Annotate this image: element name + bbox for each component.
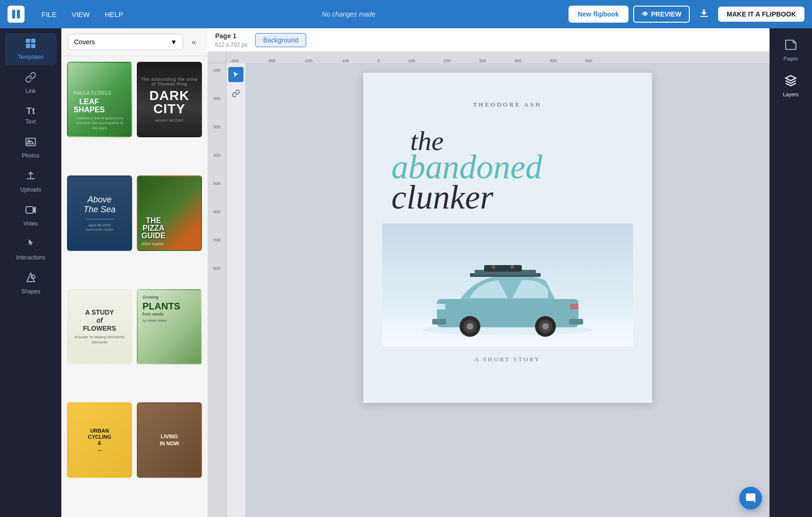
svg-rect-28 (570, 304, 578, 309)
help-menu[interactable]: HELP (99, 8, 129, 21)
topbar-actions: New flipbook 👁 PREVIEW MAKE IT A FLIPBOO… (569, 4, 804, 25)
text-label: Text (25, 118, 36, 125)
make-flipbook-button[interactable]: MAKE IT A FLIPBOOK (718, 7, 804, 22)
link-icon (25, 72, 36, 86)
sidebar-item-layers[interactable]: Layers (772, 69, 810, 103)
interactions-label: Interactions (16, 254, 45, 261)
template-card-leaf-shapes[interactable]: PAULA FLORES LEAFSHAPES I believe a leaf… (67, 62, 132, 137)
sidebar-item-pages[interactable]: Pages (772, 33, 810, 67)
pages-label: Pages (783, 56, 798, 61)
right-sidebar: Pages Layers (770, 28, 812, 517)
pages-icon (785, 39, 797, 54)
page-label: Page 1 612 x 792 px (215, 32, 248, 49)
svg-rect-3 (26, 39, 30, 43)
svg-point-21 (467, 323, 473, 330)
canvas-page[interactable]: THEODORE ASH the abandoned clunker (363, 73, 652, 403)
templates-grid: PAULA FLORES LEAFSHAPES I believe a leaf… (61, 56, 208, 517)
template-card-above-sea[interactable]: AboveThe Sea April 20-2022 Savannah Gali… (67, 175, 132, 251)
svg-rect-9 (26, 207, 33, 213)
svg-rect-1 (17, 9, 20, 19)
link-label: Link (25, 88, 36, 94)
eye-icon: 👁 (642, 10, 648, 18)
sidebar-item-uploads[interactable]: Uploads (5, 166, 57, 198)
svg-rect-0 (12, 9, 16, 19)
save-status: No changes made (140, 10, 557, 18)
svg-rect-4 (31, 39, 35, 43)
svg-rect-6 (31, 44, 35, 48)
video-label: Video (24, 220, 38, 227)
svg-rect-26 (569, 319, 583, 325)
svg-point-24 (542, 323, 549, 330)
canvas-toolbar: Page 1 612 x 792 px Background (208, 28, 770, 52)
svg-rect-5 (26, 44, 30, 48)
book-car-scene (382, 224, 633, 346)
svg-rect-27 (436, 304, 445, 309)
uploads-label: Uploads (20, 186, 41, 193)
topbar: FILE VIEW HELP No changes made New flipb… (0, 0, 812, 28)
main-layout: Templates Link Tt Text Phot (0, 28, 812, 517)
svg-rect-16 (484, 265, 522, 272)
chat-button[interactable] (739, 487, 762, 509)
layers-label: Layers (783, 92, 798, 97)
sidebar-item-interactions[interactable]: Interactions (5, 233, 57, 266)
svg-marker-10 (27, 273, 34, 282)
link-tool[interactable] (228, 86, 243, 101)
shapes-label: Shapes (21, 288, 41, 295)
template-card-dark-city[interactable]: The astounding life story of Thomas Ring… (137, 62, 202, 137)
shapes-icon (25, 272, 36, 286)
sidebar-item-photos[interactable]: Photos (5, 132, 57, 164)
templates-label: Templates (18, 54, 44, 60)
sidebar-item-shapes[interactable]: Shapes (5, 267, 57, 300)
templates-header: Covers ▼ « (61, 28, 208, 56)
horizontal-ruler: -400 -300 -200 -100 0 100 200 300 400 50… (226, 52, 770, 63)
svg-rect-13 (437, 299, 578, 327)
book-subtitle: A SHORT STORY (474, 356, 541, 363)
tool-column (226, 63, 245, 517)
canvas-ruler-container: -400 -300 -200 -100 0 100 200 300 400 50… (208, 52, 770, 517)
svg-point-17 (492, 265, 495, 269)
templates-panel: Covers ▼ « PAULA FLORES LEAFSHAPES I bel… (61, 28, 208, 517)
uploads-icon (25, 170, 36, 184)
collapse-panel-button[interactable]: « (187, 35, 201, 49)
photos-icon (25, 136, 36, 150)
video-icon (25, 204, 36, 218)
template-card-urban-cycling[interactable]: URBANCYCLING&... (67, 402, 132, 478)
template-card-pizza-guide[interactable]: THEPIZZAGUIDE Ellen Karen (137, 175, 202, 251)
interactions-icon (25, 238, 36, 252)
sidebar-item-text[interactable]: Tt Text (5, 101, 57, 130)
car-illustration (418, 242, 597, 337)
new-flipbook-button[interactable]: New flipbook (569, 6, 628, 23)
download-button[interactable] (695, 4, 713, 25)
app-logo[interactable] (8, 6, 25, 23)
select-tool[interactable] (228, 67, 243, 82)
vertical-ruler: 100 200 300 400 500 600 700 800 (208, 63, 226, 517)
left-sidebar: Templates Link Tt Text Phot (0, 28, 61, 517)
canvas-area: Page 1 612 x 792 px Background -400 -300… (208, 28, 770, 517)
canvas-scroll[interactable]: THEODORE ASH the abandoned clunker (245, 63, 770, 517)
svg-point-18 (511, 265, 514, 269)
layers-icon (785, 75, 797, 90)
sidebar-item-templates[interactable]: Templates (5, 33, 57, 65)
template-card-living[interactable]: LIVINGIN NOW (137, 402, 202, 478)
sidebar-item-link[interactable]: Link (5, 67, 57, 99)
file-menu[interactable]: FILE (36, 8, 62, 21)
template-card-plants[interactable]: Growing PLANTS from seeds by Adam Allen (137, 289, 202, 365)
topbar-nav: FILE VIEW HELP (36, 8, 129, 21)
chevron-down-icon: ▼ (170, 38, 177, 46)
templates-dropdown[interactable]: Covers ▼ (68, 34, 183, 50)
view-menu[interactable]: VIEW (66, 8, 95, 21)
book-author: THEODORE ASH (473, 101, 542, 108)
preview-button[interactable]: 👁 PREVIEW (633, 6, 690, 23)
template-card-study-flowers[interactable]: A STUDYofFLOWERS A Guide To Making Wonde… (67, 289, 132, 365)
sidebar-item-video[interactable]: Video (5, 200, 57, 232)
book-cover: THEODORE ASH the abandoned clunker (363, 73, 652, 403)
photos-label: Photos (22, 152, 39, 159)
text-icon: Tt (26, 106, 35, 117)
svg-rect-25 (432, 319, 446, 325)
tab-background[interactable]: Background (255, 33, 307, 47)
templates-icon (25, 38, 36, 52)
